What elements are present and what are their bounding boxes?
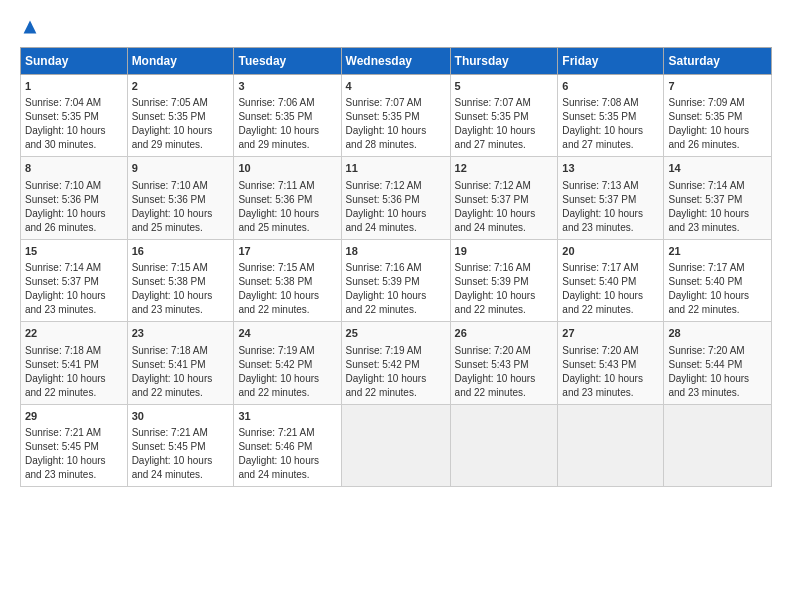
cell-content-line: Sunset: 5:37 PM bbox=[25, 275, 123, 289]
day-number: 10 bbox=[238, 161, 336, 176]
cell-content-line: Daylight: 10 hours and 27 minutes. bbox=[562, 124, 659, 152]
day-number: 2 bbox=[132, 79, 230, 94]
header-row: SundayMondayTuesdayWednesdayThursdayFrid… bbox=[21, 48, 772, 75]
cell-content-line: Daylight: 10 hours and 29 minutes. bbox=[132, 124, 230, 152]
day-header-monday: Monday bbox=[127, 48, 234, 75]
calendar-cell: 21Sunrise: 7:17 AMSunset: 5:40 PMDayligh… bbox=[664, 239, 772, 321]
calendar-cell: 23Sunrise: 7:18 AMSunset: 5:41 PMDayligh… bbox=[127, 322, 234, 404]
cell-content-line: Daylight: 10 hours and 23 minutes. bbox=[562, 372, 659, 400]
cell-content-line: Sunset: 5:42 PM bbox=[238, 358, 336, 372]
cell-content-line: Sunrise: 7:05 AM bbox=[132, 96, 230, 110]
calendar-cell bbox=[341, 404, 450, 486]
day-number: 20 bbox=[562, 244, 659, 259]
calendar-body: 1Sunrise: 7:04 AMSunset: 5:35 PMDaylight… bbox=[21, 75, 772, 487]
day-number: 23 bbox=[132, 326, 230, 341]
day-number: 27 bbox=[562, 326, 659, 341]
cell-content-line: Sunrise: 7:15 AM bbox=[132, 261, 230, 275]
day-number: 11 bbox=[346, 161, 446, 176]
calendar-cell: 3Sunrise: 7:06 AMSunset: 5:35 PMDaylight… bbox=[234, 75, 341, 157]
day-header-tuesday: Tuesday bbox=[234, 48, 341, 75]
calendar-cell bbox=[558, 404, 664, 486]
cell-content-line: Sunset: 5:40 PM bbox=[562, 275, 659, 289]
cell-content-line: Sunset: 5:42 PM bbox=[346, 358, 446, 372]
cell-content-line: Sunrise: 7:11 AM bbox=[238, 179, 336, 193]
cell-content-line: Sunset: 5:45 PM bbox=[25, 440, 123, 454]
cell-content-line: Sunrise: 7:10 AM bbox=[25, 179, 123, 193]
cell-content-line: Daylight: 10 hours and 22 minutes. bbox=[346, 372, 446, 400]
calendar-cell: 27Sunrise: 7:20 AMSunset: 5:43 PMDayligh… bbox=[558, 322, 664, 404]
cell-content-line: Daylight: 10 hours and 22 minutes. bbox=[455, 372, 554, 400]
cell-content-line: Sunrise: 7:19 AM bbox=[346, 344, 446, 358]
cell-content-line: Daylight: 10 hours and 26 minutes. bbox=[668, 124, 767, 152]
day-number: 18 bbox=[346, 244, 446, 259]
calendar-cell: 18Sunrise: 7:16 AMSunset: 5:39 PMDayligh… bbox=[341, 239, 450, 321]
calendar-week-1: 1Sunrise: 7:04 AMSunset: 5:35 PMDaylight… bbox=[21, 75, 772, 157]
cell-content-line: Sunset: 5:38 PM bbox=[238, 275, 336, 289]
calendar-cell: 31Sunrise: 7:21 AMSunset: 5:46 PMDayligh… bbox=[234, 404, 341, 486]
calendar-cell: 13Sunrise: 7:13 AMSunset: 5:37 PMDayligh… bbox=[558, 157, 664, 239]
logo-text bbox=[20, 16, 38, 37]
calendar-cell bbox=[450, 404, 558, 486]
day-number: 1 bbox=[25, 79, 123, 94]
day-number: 13 bbox=[562, 161, 659, 176]
cell-content-line: Sunrise: 7:20 AM bbox=[668, 344, 767, 358]
calendar-page: SundayMondayTuesdayWednesdayThursdayFrid… bbox=[0, 0, 792, 612]
cell-content-line: Sunrise: 7:12 AM bbox=[346, 179, 446, 193]
cell-content-line: Sunset: 5:44 PM bbox=[668, 358, 767, 372]
cell-content-line: Sunset: 5:35 PM bbox=[25, 110, 123, 124]
cell-content-line: Sunset: 5:39 PM bbox=[455, 275, 554, 289]
cell-content-line: Sunrise: 7:21 AM bbox=[238, 426, 336, 440]
cell-content-line: Sunrise: 7:20 AM bbox=[455, 344, 554, 358]
day-number: 7 bbox=[668, 79, 767, 94]
cell-content-line: Daylight: 10 hours and 22 minutes. bbox=[668, 289, 767, 317]
cell-content-line: Sunrise: 7:16 AM bbox=[455, 261, 554, 275]
calendar-cell: 16Sunrise: 7:15 AMSunset: 5:38 PMDayligh… bbox=[127, 239, 234, 321]
cell-content-line: Sunset: 5:39 PM bbox=[346, 275, 446, 289]
cell-content-line: Daylight: 10 hours and 23 minutes. bbox=[668, 207, 767, 235]
day-header-wednesday: Wednesday bbox=[341, 48, 450, 75]
cell-content-line: Sunset: 5:37 PM bbox=[562, 193, 659, 207]
calendar-week-4: 22Sunrise: 7:18 AMSunset: 5:41 PMDayligh… bbox=[21, 322, 772, 404]
calendar-cell: 22Sunrise: 7:18 AMSunset: 5:41 PMDayligh… bbox=[21, 322, 128, 404]
calendar-cell: 12Sunrise: 7:12 AMSunset: 5:37 PMDayligh… bbox=[450, 157, 558, 239]
day-number: 24 bbox=[238, 326, 336, 341]
cell-content-line: Sunrise: 7:13 AM bbox=[562, 179, 659, 193]
day-number: 28 bbox=[668, 326, 767, 341]
cell-content-line: Sunset: 5:36 PM bbox=[346, 193, 446, 207]
cell-content-line: Daylight: 10 hours and 22 minutes. bbox=[562, 289, 659, 317]
calendar-cell: 19Sunrise: 7:16 AMSunset: 5:39 PMDayligh… bbox=[450, 239, 558, 321]
calendar-cell: 14Sunrise: 7:14 AMSunset: 5:37 PMDayligh… bbox=[664, 157, 772, 239]
cell-content-line: Sunset: 5:35 PM bbox=[132, 110, 230, 124]
calendar-cell: 10Sunrise: 7:11 AMSunset: 5:36 PMDayligh… bbox=[234, 157, 341, 239]
cell-content-line: Sunset: 5:46 PM bbox=[238, 440, 336, 454]
day-header-thursday: Thursday bbox=[450, 48, 558, 75]
calendar-cell: 9Sunrise: 7:10 AMSunset: 5:36 PMDaylight… bbox=[127, 157, 234, 239]
day-header-sunday: Sunday bbox=[21, 48, 128, 75]
cell-content-line: Daylight: 10 hours and 22 minutes. bbox=[346, 289, 446, 317]
cell-content-line: Sunset: 5:45 PM bbox=[132, 440, 230, 454]
cell-content-line: Daylight: 10 hours and 27 minutes. bbox=[455, 124, 554, 152]
cell-content-line: Sunset: 5:40 PM bbox=[668, 275, 767, 289]
calendar-table: SundayMondayTuesdayWednesdayThursdayFrid… bbox=[20, 47, 772, 487]
cell-content-line: Sunset: 5:35 PM bbox=[668, 110, 767, 124]
day-header-saturday: Saturday bbox=[664, 48, 772, 75]
cell-content-line: Sunrise: 7:21 AM bbox=[25, 426, 123, 440]
cell-content-line: Daylight: 10 hours and 23 minutes. bbox=[562, 207, 659, 235]
cell-content-line: Sunrise: 7:10 AM bbox=[132, 179, 230, 193]
calendar-cell: 11Sunrise: 7:12 AMSunset: 5:36 PMDayligh… bbox=[341, 157, 450, 239]
cell-content-line: Daylight: 10 hours and 24 minutes. bbox=[346, 207, 446, 235]
cell-content-line: Sunrise: 7:08 AM bbox=[562, 96, 659, 110]
cell-content-line: Sunrise: 7:14 AM bbox=[668, 179, 767, 193]
cell-content-line: Sunset: 5:38 PM bbox=[132, 275, 230, 289]
cell-content-line: Daylight: 10 hours and 23 minutes. bbox=[25, 454, 123, 482]
cell-content-line: Sunset: 5:41 PM bbox=[132, 358, 230, 372]
logo-icon bbox=[22, 19, 38, 35]
calendar-cell: 26Sunrise: 7:20 AMSunset: 5:43 PMDayligh… bbox=[450, 322, 558, 404]
day-number: 5 bbox=[455, 79, 554, 94]
cell-content-line: Sunrise: 7:04 AM bbox=[25, 96, 123, 110]
calendar-cell: 1Sunrise: 7:04 AMSunset: 5:35 PMDaylight… bbox=[21, 75, 128, 157]
calendar-cell: 24Sunrise: 7:19 AMSunset: 5:42 PMDayligh… bbox=[234, 322, 341, 404]
cell-content-line: Daylight: 10 hours and 22 minutes. bbox=[238, 289, 336, 317]
cell-content-line: Daylight: 10 hours and 22 minutes. bbox=[25, 372, 123, 400]
day-number: 9 bbox=[132, 161, 230, 176]
